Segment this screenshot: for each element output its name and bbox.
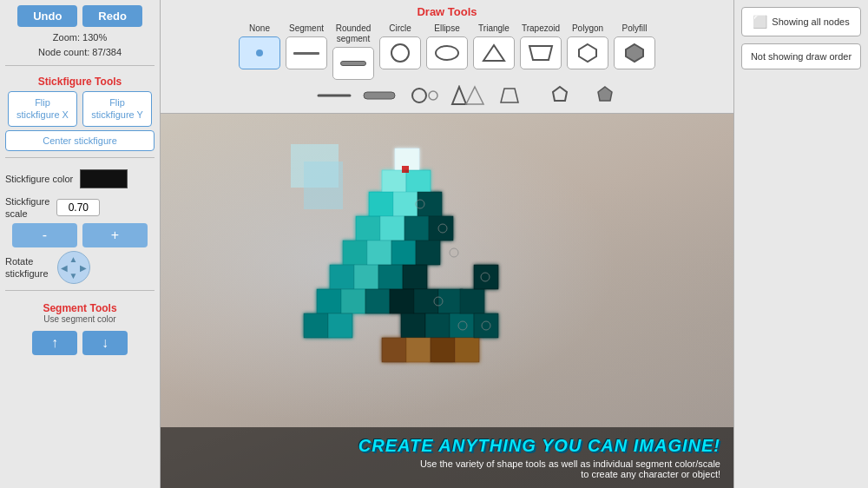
tool-triangle[interactable]: Triangle [472, 23, 516, 69]
plus-button[interactable]: + [82, 223, 148, 247]
svg-rect-29 [330, 265, 354, 289]
tool-circle[interactable]: Circle [378, 23, 422, 69]
svg-rect-46 [431, 338, 455, 362]
rotate-label: Rotatestickfigure [5, 255, 49, 280]
svg-rect-41 [401, 313, 425, 338]
minus-button[interactable]: - [12, 223, 77, 247]
svg-rect-28 [416, 241, 440, 265]
preview-polygon [539, 83, 581, 108]
left-panel: Undo Redo Zoom: 130% Node count: 87/384 … [0, 0, 161, 488]
svg-rect-43 [450, 313, 474, 338]
flip-buttons-row: Flipstickfigure X Flipstickfigure Y [5, 91, 155, 127]
tool-none[interactable]: None [238, 23, 281, 69]
svg-rect-35 [365, 289, 390, 313]
scale-row: Stickfigurescale 0.70 [5, 195, 155, 221]
svg-rect-24 [429, 216, 453, 241]
svg-rect-22 [380, 216, 404, 241]
dpad-down-arrow: ▼ [69, 271, 78, 280]
segment-use-text: Use segment color [5, 314, 155, 324]
draw-order-button[interactable]: Not showing draw order [741, 43, 861, 69]
segment-tools-section: Segment Tools Use segment color [5, 299, 155, 324]
svg-rect-48 [460, 289, 484, 313]
tool-segment[interactable]: Segment [285, 23, 328, 69]
tool-triangle-label: Triangle [472, 23, 516, 34]
svg-marker-9 [466, 87, 483, 104]
scale-value[interactable]: 0.70 [56, 199, 100, 216]
undo-redo-row: Undo Redo [5, 5, 155, 27]
svg-rect-37 [414, 289, 438, 313]
segment-icon [286, 37, 326, 69]
svg-rect-31 [378, 265, 403, 289]
second-row [168, 83, 727, 108]
toolbar-title: Draw Tools [168, 5, 727, 18]
flip-y-button[interactable]: Flipstickfigure Y [82, 91, 152, 127]
tool-none-btn[interactable] [239, 36, 280, 69]
showing-all-nodes-button[interactable]: ⬜ Showing all nodes [741, 7, 861, 36]
tool-polyfill-btn[interactable] [614, 36, 655, 69]
node-count-text: Node count: 87/384 [5, 45, 155, 60]
svg-rect-38 [438, 289, 463, 313]
svg-rect-20 [418, 192, 442, 216]
arrow-down-button[interactable]: ↓ [82, 331, 128, 355]
plus-minus-row: - + [5, 223, 155, 247]
canvas-area[interactable]: CREATE ANYTHING YOU CAN IMAGINE! Use the… [161, 114, 733, 488]
svg-rect-47 [455, 338, 479, 362]
svg-rect-44 [382, 338, 406, 362]
tool-ellipse[interactable]: Ellipse [425, 23, 469, 69]
rotate-row: Rotatestickfigure ▲ ▼ ◀ ▶ [5, 251, 155, 284]
tool-polyfill[interactable]: Polyfill [613, 23, 656, 69]
arrow-up-button[interactable]: ↑ [32, 331, 77, 355]
svg-rect-42 [425, 313, 450, 338]
preview-rounded [358, 83, 400, 108]
svg-rect-33 [317, 289, 341, 313]
color-swatch[interactable] [80, 169, 128, 188]
stickfigure-tools-title: Stickfigure Tools [5, 76, 155, 88]
tool-polygon-btn[interactable] [567, 36, 608, 69]
svg-rect-14 [304, 162, 343, 209]
svg-rect-23 [404, 216, 429, 241]
center-stickfigure-button[interactable]: Center stickfigure [5, 130, 155, 151]
svg-rect-36 [390, 289, 414, 313]
dpad-right-arrow: ▶ [80, 263, 87, 273]
tool-rounded-segment-btn[interactable] [332, 47, 374, 80]
svg-rect-17 [406, 170, 431, 195]
tool-rounded-segment[interactable]: Roundedsegment [332, 23, 375, 80]
divider-3 [5, 290, 155, 291]
tool-rounded-segment-label: Roundedsegment [332, 23, 375, 44]
flip-x-button[interactable]: Flipstickfigure X [8, 91, 77, 127]
svg-rect-19 [393, 192, 418, 216]
svg-rect-49 [474, 265, 498, 289]
preview-segment [313, 83, 355, 108]
tool-trapezoid[interactable]: Trapezoid [519, 23, 562, 69]
polyfill-icon [615, 37, 654, 69]
undo-button[interactable]: Undo [17, 5, 77, 27]
tool-polyfill-label: Polyfill [613, 23, 656, 34]
svg-rect-32 [403, 265, 427, 289]
tool-trapezoid-btn[interactable] [520, 36, 562, 69]
tool-triangle-btn[interactable] [473, 36, 515, 69]
zoom-info: Zoom: 130% Node count: 87/384 [5, 30, 155, 59]
tool-segment-btn[interactable] [286, 36, 327, 69]
svg-rect-27 [391, 241, 416, 265]
tool-ellipse-btn[interactable] [426, 36, 468, 69]
center-area: Draw Tools None Segment [161, 0, 733, 488]
svg-rect-50 [474, 313, 498, 338]
preview-trapezoid [494, 83, 536, 108]
dpad-control[interactable]: ▲ ▼ ◀ ▶ [57, 251, 90, 284]
svg-marker-8 [452, 87, 466, 104]
svg-rect-39 [304, 313, 328, 338]
color-row: Stickfigure color [5, 169, 155, 188]
tool-polygon-label: Polygon [566, 23, 609, 34]
overlay-desc: Use the variety of shape tools as well a… [174, 458, 720, 479]
tool-polygon[interactable]: Polygon [566, 23, 609, 69]
svg-rect-16 [382, 170, 406, 195]
svg-marker-10 [501, 89, 518, 102]
color-label: Stickfigure color [5, 174, 73, 184]
none-icon [240, 37, 279, 69]
svg-rect-40 [328, 313, 352, 338]
redo-button[interactable]: Redo [82, 5, 142, 27]
arrow-buttons-row: ↑ ↓ [5, 331, 155, 355]
showing-nodes-label: Showing all nodes [772, 16, 849, 27]
tool-circle-btn[interactable] [379, 36, 421, 69]
tool-circle-label: Circle [378, 23, 422, 34]
